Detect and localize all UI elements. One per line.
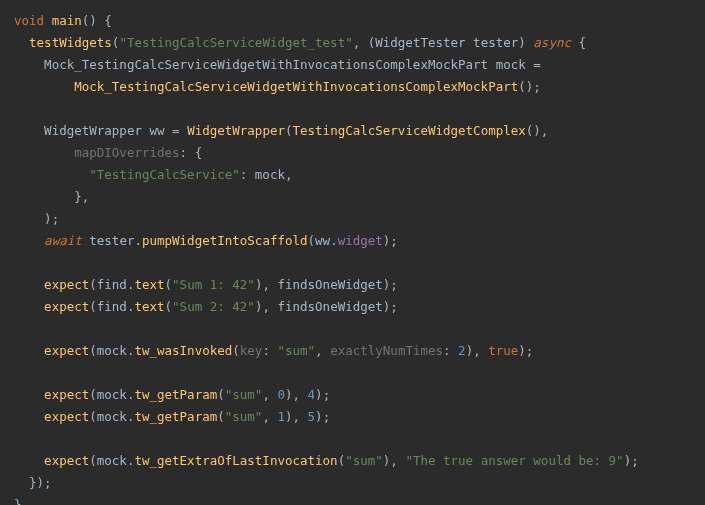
- string-sum2: "Sum 2: 42": [172, 299, 255, 314]
- ctor-mock: Mock_TestingCalcServiceWidgetWithInvocat…: [74, 79, 518, 94]
- punct: : {: [180, 145, 203, 160]
- fn-get-param: tw_getParam: [134, 409, 217, 424]
- punct: (: [89, 387, 97, 402]
- punct: (: [217, 387, 225, 402]
- punct: );: [315, 409, 330, 424]
- punct: ,: [315, 343, 330, 358]
- ident-mock: mock: [97, 453, 127, 468]
- ctor-complex: TestingCalcServiceWidgetComplex: [293, 123, 526, 138]
- punct-close-brace: }: [14, 497, 22, 505]
- ident-mock: mock: [496, 57, 526, 72]
- keyword-true: true: [488, 343, 518, 358]
- punct: :: [443, 343, 458, 358]
- fn-main: main: [52, 13, 82, 28]
- punct: );: [315, 387, 330, 402]
- punct: ),: [285, 409, 308, 424]
- keyword-async: async: [533, 35, 571, 50]
- punct: (: [217, 409, 225, 424]
- punct: :: [262, 343, 277, 358]
- punct: );: [44, 211, 59, 226]
- param-exactly: exactlyNumTimes: [330, 343, 443, 358]
- type-widget-tester: WidgetTester: [375, 35, 465, 50]
- type-widget-wrapper: WidgetWrapper: [44, 123, 142, 138]
- field-widget: widget: [338, 233, 383, 248]
- ident-tester: tester: [89, 233, 134, 248]
- blank-line: [14, 362, 705, 384]
- ident-find: find: [97, 277, 127, 292]
- punct: (: [89, 409, 97, 424]
- string-true-answer: "The true answer would be: 9": [405, 453, 623, 468]
- fn-get-extra: tw_getExtraOfLastInvocation: [134, 453, 337, 468]
- ident-finds-one: findsOneWidget: [277, 299, 382, 314]
- num-1: 1: [277, 409, 285, 424]
- param-key: key: [240, 343, 263, 358]
- punct: );: [383, 277, 398, 292]
- punct: (),: [526, 123, 549, 138]
- fn-text: text: [134, 277, 164, 292]
- ident-mock: mock: [97, 343, 127, 358]
- punct: =: [165, 123, 188, 138]
- fn-expect: expect: [44, 387, 89, 402]
- punct: (: [165, 277, 173, 292]
- fn-was-invoked: tw_wasInvoked: [134, 343, 232, 358]
- ident-find: find: [97, 299, 127, 314]
- string-sum: "sum": [345, 453, 383, 468]
- type-mock: Mock_TestingCalcServiceWidgetWithInvocat…: [44, 57, 488, 72]
- num-0: 0: [277, 387, 285, 402]
- param-map-di-overrides: mapDIOverrides: [74, 145, 179, 160]
- punct: ),: [383, 453, 406, 468]
- punct: .: [330, 233, 338, 248]
- fn-expect: expect: [44, 277, 89, 292]
- blank-line: [14, 252, 705, 274]
- punct: (: [285, 123, 293, 138]
- fn-text: text: [134, 299, 164, 314]
- ident-mock: mock: [97, 409, 127, 424]
- ident-ww: ww: [149, 123, 164, 138]
- punct: (: [89, 343, 97, 358]
- punct: , (: [353, 35, 376, 50]
- fn-pump: pumpWidgetIntoScaffold: [142, 233, 308, 248]
- punct: (: [308, 233, 316, 248]
- punct: ),: [466, 343, 489, 358]
- string-test-name: "TestingCalcServiceWidget_test": [119, 35, 352, 50]
- punct: :: [240, 167, 255, 182]
- punct: (: [89, 277, 97, 292]
- fn-get-param: tw_getParam: [134, 387, 217, 402]
- blank-line: [14, 98, 705, 120]
- punct-close: });: [29, 475, 52, 490]
- punct: );: [383, 233, 398, 248]
- punct: (: [89, 453, 97, 468]
- punct: );: [383, 299, 398, 314]
- punct: ,: [285, 167, 293, 182]
- keyword-void: void: [14, 13, 44, 28]
- fn-expect: expect: [44, 343, 89, 358]
- num-2: 2: [458, 343, 466, 358]
- code-editor[interactable]: void main() { testWidgets("TestingCalcSe…: [0, 0, 705, 505]
- blank-line: [14, 318, 705, 340]
- string-service-key: "TestingCalcService": [89, 167, 240, 182]
- punct: ),: [285, 387, 308, 402]
- ident-tester: tester: [473, 35, 518, 50]
- punct: },: [74, 189, 89, 204]
- fn-expect: expect: [44, 409, 89, 424]
- fn-expect: expect: [44, 299, 89, 314]
- punct: ();: [518, 79, 541, 94]
- ident-ww: ww: [315, 233, 330, 248]
- punct: );: [518, 343, 533, 358]
- punct: ),: [255, 277, 278, 292]
- num-4: 4: [308, 387, 316, 402]
- ident-mock: mock: [255, 167, 285, 182]
- ident-mock: mock: [97, 387, 127, 402]
- keyword-await: await: [44, 233, 82, 248]
- punct: );: [624, 453, 639, 468]
- blank-line: [14, 428, 705, 450]
- fn-expect: expect: [44, 453, 89, 468]
- punct: ),: [255, 299, 278, 314]
- punct: ,: [262, 387, 277, 402]
- string-sum: "sum": [225, 387, 263, 402]
- punct: (: [89, 299, 97, 314]
- string-sum: "sum": [225, 409, 263, 424]
- punct: (: [232, 343, 240, 358]
- ident-finds-one: findsOneWidget: [277, 277, 382, 292]
- ctor-widget-wrapper: WidgetWrapper: [187, 123, 285, 138]
